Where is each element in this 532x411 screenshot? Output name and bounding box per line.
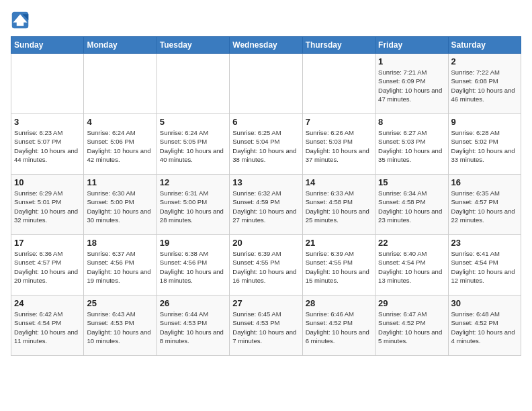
day-number: 4 [87,117,153,127]
week-row-2: 3Sunrise: 6:23 AM Sunset: 5:07 PM Daylig… [11,114,521,175]
day-info: Sunrise: 6:30 AM Sunset: 5:00 PM Dayligh… [87,189,153,224]
day-number: 24 [14,298,81,308]
day-number: 16 [451,177,518,187]
day-cell: 14Sunrise: 6:33 AM Sunset: 4:58 PM Dayli… [302,175,375,235]
day-number: 22 [378,238,445,248]
day-cell: 10Sunrise: 6:29 AM Sunset: 5:01 PM Dayli… [11,175,84,235]
day-number: 10 [14,177,81,187]
day-info: Sunrise: 6:39 AM Sunset: 4:55 PM Dayligh… [306,249,372,285]
day-number: 5 [160,117,226,127]
day-info: Sunrise: 6:43 AM Sunset: 4:53 PM Dayligh… [87,310,153,345]
day-cell: 17Sunrise: 6:36 AM Sunset: 4:57 PM Dayli… [11,235,84,295]
day-info: Sunrise: 7:22 AM Sunset: 6:08 PM Dayligh… [451,68,518,103]
day-cell: 26Sunrise: 6:44 AM Sunset: 4:53 PM Dayli… [157,295,229,356]
day-info: Sunrise: 6:48 AM Sunset: 4:52 PM Dayligh… [451,310,518,345]
day-info: Sunrise: 6:38 AM Sunset: 4:56 PM Dayligh… [160,249,226,285]
day-number: 27 [232,298,299,308]
day-info: Sunrise: 6:36 AM Sunset: 4:57 PM Dayligh… [14,249,81,285]
week-row-4: 17Sunrise: 6:36 AM Sunset: 4:57 PM Dayli… [11,235,521,295]
day-number: 6 [232,117,299,127]
day-info: Sunrise: 6:45 AM Sunset: 4:53 PM Dayligh… [232,310,299,345]
day-cell: 25Sunrise: 6:43 AM Sunset: 4:53 PM Dayli… [84,295,157,356]
day-number: 30 [451,298,518,308]
day-number: 12 [160,177,226,187]
week-row-1: 1Sunrise: 7:21 AM Sunset: 6:09 PM Daylig… [11,54,521,114]
day-number: 1 [378,56,445,66]
day-number: 17 [14,238,81,248]
day-cell: 21Sunrise: 6:39 AM Sunset: 4:55 PM Dayli… [302,235,375,295]
day-info: Sunrise: 6:32 AM Sunset: 4:59 PM Dayligh… [232,189,299,224]
day-cell: 2Sunrise: 7:22 AM Sunset: 6:08 PM Daylig… [448,54,521,114]
day-info: Sunrise: 6:24 AM Sunset: 5:05 PM Dayligh… [160,128,226,164]
day-cell [230,54,302,114]
day-number: 3 [14,117,81,127]
day-cell: 23Sunrise: 6:41 AM Sunset: 4:54 PM Dayli… [448,235,521,295]
day-info: Sunrise: 7:21 AM Sunset: 6:09 PM Dayligh… [378,68,445,103]
day-info: Sunrise: 6:26 AM Sunset: 5:03 PM Dayligh… [306,128,372,164]
day-cell: 18Sunrise: 6:37 AM Sunset: 4:56 PM Dayli… [84,235,157,295]
logo [11,11,32,30]
day-cell: 16Sunrise: 6:35 AM Sunset: 4:57 PM Dayli… [448,175,521,235]
day-info: Sunrise: 6:29 AM Sunset: 5:01 PM Dayligh… [14,189,81,224]
header-sunday: Sunday [11,37,84,54]
calendar-header-row: SundayMondayTuesdayWednesdayThursdayFrid… [11,37,521,54]
day-info: Sunrise: 6:35 AM Sunset: 4:57 PM Dayligh… [451,189,518,224]
day-cell: 11Sunrise: 6:30 AM Sunset: 5:00 PM Dayli… [84,175,157,235]
day-number: 18 [87,238,153,248]
day-cell: 4Sunrise: 6:24 AM Sunset: 5:06 PM Daylig… [84,114,157,175]
day-info: Sunrise: 6:47 AM Sunset: 4:52 PM Dayligh… [378,310,445,345]
header-wednesday: Wednesday [230,37,302,54]
day-cell: 15Sunrise: 6:34 AM Sunset: 4:58 PM Dayli… [375,175,448,235]
calendar-table: SundayMondayTuesdayWednesdayThursdayFrid… [11,36,521,356]
header-tuesday: Tuesday [157,37,229,54]
day-info: Sunrise: 6:44 AM Sunset: 4:53 PM Dayligh… [160,310,226,345]
day-number: 9 [451,117,518,127]
header-friday: Friday [375,37,448,54]
day-cell [11,54,84,114]
header-saturday: Saturday [448,37,521,54]
day-number: 21 [306,238,372,248]
day-info: Sunrise: 6:34 AM Sunset: 4:58 PM Dayligh… [378,189,445,224]
day-number: 2 [451,56,518,66]
day-number: 15 [378,177,445,187]
day-info: Sunrise: 6:41 AM Sunset: 4:54 PM Dayligh… [451,249,518,285]
day-cell [84,54,157,114]
day-cell: 9Sunrise: 6:28 AM Sunset: 5:02 PM Daylig… [448,114,521,175]
day-info: Sunrise: 6:27 AM Sunset: 5:03 PM Dayligh… [378,128,445,164]
day-info: Sunrise: 6:23 AM Sunset: 5:07 PM Dayligh… [14,128,81,164]
day-info: Sunrise: 6:37 AM Sunset: 4:56 PM Dayligh… [87,249,153,285]
day-number: 26 [160,298,226,308]
header [11,11,521,30]
day-info: Sunrise: 6:24 AM Sunset: 5:06 PM Dayligh… [87,128,153,164]
day-cell: 1Sunrise: 7:21 AM Sunset: 6:09 PM Daylig… [375,54,448,114]
day-number: 13 [232,177,299,187]
day-info: Sunrise: 6:25 AM Sunset: 5:04 PM Dayligh… [232,128,299,164]
week-row-3: 10Sunrise: 6:29 AM Sunset: 5:01 PM Dayli… [11,175,521,235]
day-number: 28 [306,298,372,308]
header-thursday: Thursday [302,37,375,54]
day-number: 23 [451,238,518,248]
day-cell: 20Sunrise: 6:39 AM Sunset: 4:55 PM Dayli… [230,235,302,295]
day-cell: 7Sunrise: 6:26 AM Sunset: 5:03 PM Daylig… [302,114,375,175]
day-info: Sunrise: 6:42 AM Sunset: 4:54 PM Dayligh… [14,310,81,345]
day-cell: 13Sunrise: 6:32 AM Sunset: 4:59 PM Dayli… [230,175,302,235]
day-info: Sunrise: 6:46 AM Sunset: 4:52 PM Dayligh… [306,310,372,345]
day-cell: 12Sunrise: 6:31 AM Sunset: 5:00 PM Dayli… [157,175,229,235]
day-cell: 30Sunrise: 6:48 AM Sunset: 4:52 PM Dayli… [448,295,521,356]
day-cell: 8Sunrise: 6:27 AM Sunset: 5:03 PM Daylig… [375,114,448,175]
day-cell: 3Sunrise: 6:23 AM Sunset: 5:07 PM Daylig… [11,114,84,175]
day-cell [302,54,375,114]
day-number: 8 [378,117,445,127]
day-info: Sunrise: 6:40 AM Sunset: 4:54 PM Dayligh… [378,249,445,285]
header-monday: Monday [84,37,157,54]
day-info: Sunrise: 6:31 AM Sunset: 5:00 PM Dayligh… [160,189,226,224]
day-cell [157,54,229,114]
day-number: 29 [378,298,445,308]
logo-icon [11,11,30,30]
day-number: 25 [87,298,153,308]
day-number: 20 [232,238,299,248]
day-cell: 6Sunrise: 6:25 AM Sunset: 5:04 PM Daylig… [230,114,302,175]
week-row-5: 24Sunrise: 6:42 AM Sunset: 4:54 PM Dayli… [11,295,521,356]
day-number: 14 [306,177,372,187]
day-cell: 27Sunrise: 6:45 AM Sunset: 4:53 PM Dayli… [230,295,302,356]
